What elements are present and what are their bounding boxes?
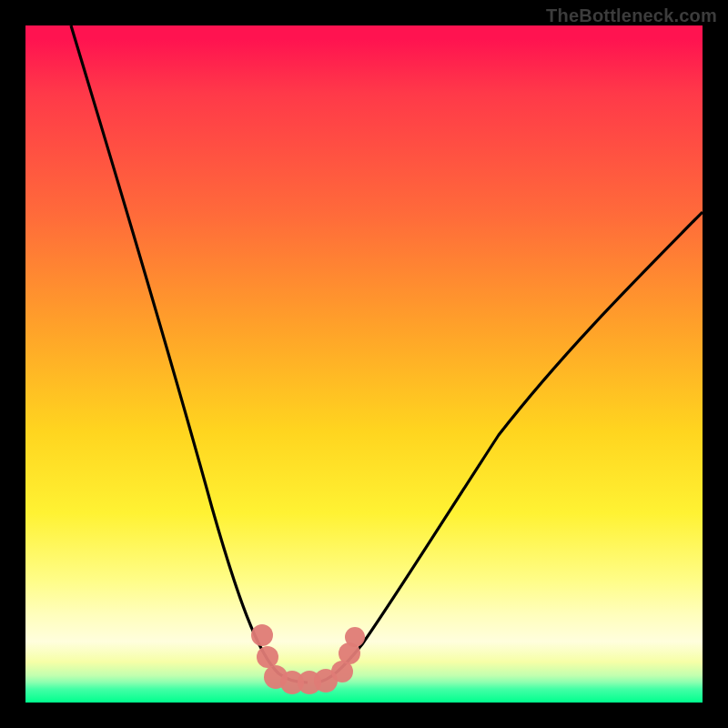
- trough-node: [257, 646, 278, 668]
- trough-node: [345, 627, 365, 647]
- watermark-text: TheBottleneck.com: [546, 5, 717, 26]
- chart-svg: [25, 25, 703, 703]
- right-curve: [317, 212, 703, 682]
- left-curve: [71, 25, 308, 682]
- chart-plot-area: [25, 25, 703, 703]
- trough-node: [251, 624, 273, 646]
- trough-nodes-group: [251, 624, 365, 694]
